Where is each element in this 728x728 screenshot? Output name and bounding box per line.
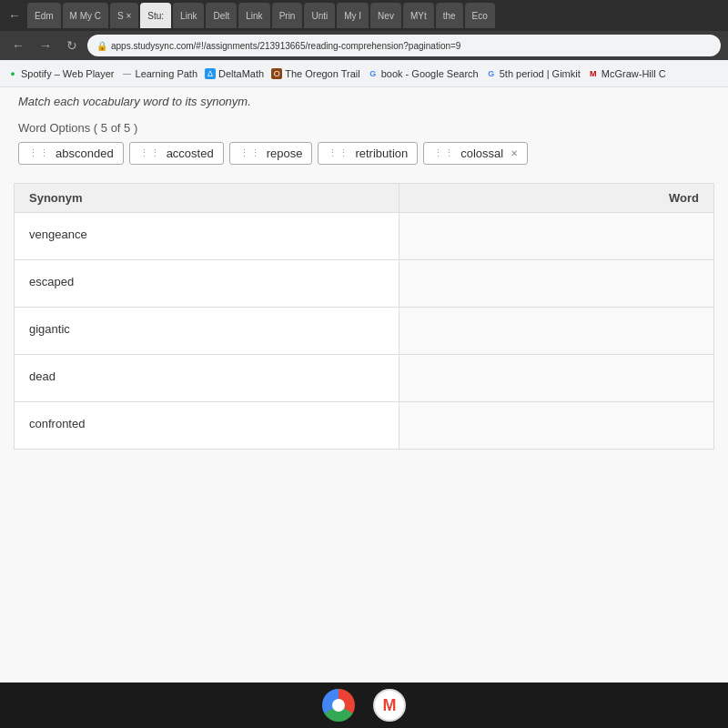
chip-colossal-close[interactable]: ✕ [511,148,518,158]
tab-link1[interactable]: Link [173,3,204,28]
chip-colossal[interactable]: ⋮⋮ colossal ✕ [423,142,528,165]
bookmark-spotify[interactable]: ● Spotify – Web Player [7,68,115,79]
drag-icon-retribution: ⋮⋮ [328,147,349,159]
mcgraw-icon: M [588,68,599,79]
word-drop-confronted[interactable] [399,402,713,450]
tab-eco[interactable]: Eco [465,3,495,28]
word-chips-container: ⋮⋮ absconded ⋮⋮ accosted ⋮⋮ repose ⋮⋮ re… [18,142,710,165]
table-header-row: Synonym Word [15,184,714,213]
back-button[interactable]: ← [7,36,29,55]
tab-delt[interactable]: Delt [206,3,237,28]
bookmark-deltamath[interactable]: Δ DeltaMath [205,68,264,79]
col-synonym-header: Synonym [15,184,399,213]
synonym-gigantic: gigantic [15,308,399,355]
synonym-confronted: confronted [15,402,399,450]
tab-the[interactable]: the [436,3,463,28]
tab-nev[interactable]: Nev [370,3,401,28]
forward-button[interactable]: → [35,36,56,55]
chip-retribution[interactable]: ⋮⋮ retribution [318,142,418,165]
instruction-text: Match each vocabulary word to its synony… [0,87,728,112]
drag-icon-accosted: ⋮⋮ [139,147,161,159]
chip-absconded-label: absconded [56,147,114,160]
tab-myi[interactable]: My I [337,3,369,28]
table-row: confronted [15,402,714,450]
taskbar: M [0,682,728,728]
gimkit-icon: G [486,68,497,79]
drag-icon-absconded: ⋮⋮ [28,147,50,159]
spotify-icon: ● [7,68,18,79]
tab-bar: ← Edm M My C S × Stu: Link Delt Link Pri… [0,0,728,31]
url-text: apps.studysync.com/#!/assignments/213913… [111,41,460,51]
address-bar[interactable]: 🔒 apps.studysync.com/#!/assignments/2139… [87,35,721,56]
tab-prin[interactable]: Prin [272,3,303,28]
tab-mmc[interactable]: M My C [63,3,108,28]
bookmark-gimkit[interactable]: G 5th period | Gimkit [486,68,581,79]
tab-link2[interactable]: Link [238,3,269,28]
word-drop-vengeance[interactable] [399,213,713,260]
chip-repose[interactable]: ⋮⋮ repose [229,142,313,165]
tab-s[interactable]: S × [110,3,138,28]
table-row: dead [15,355,714,402]
word-drop-dead[interactable] [399,355,713,402]
nav-back[interactable]: ← [4,6,25,25]
table-row: gigantic [15,308,714,355]
tab-edm[interactable]: Edm [27,3,61,28]
oregon-icon: O [271,68,282,79]
col-word-header: Word [399,184,713,213]
word-options-label: Word Options ( 5 of 5 ) [18,121,710,135]
page-content: Match each vocabulary word to its synony… [0,87,728,682]
bookmark-learning-path[interactable]: — Learning Path [122,68,198,79]
chip-retribution-label: retribution [355,147,408,160]
chip-repose-label: repose [267,147,303,160]
table-row: escaped [15,260,714,308]
word-drop-gigantic[interactable] [399,308,713,355]
chrome-taskbar-icon[interactable] [322,689,355,722]
tab-unti[interactable]: Unti [304,3,335,28]
refresh-button[interactable]: ↻ [62,36,82,55]
chip-absconded[interactable]: ⋮⋮ absconded [18,142,124,165]
drag-icon-repose: ⋮⋮ [239,147,261,159]
bookmark-book-search[interactable]: G book - Google Search [368,68,479,79]
chip-colossal-label: colossal [460,147,503,160]
browser-chrome: ← Edm M My C S × Stu: Link Delt Link Pri… [0,0,728,87]
google-icon: G [368,68,379,79]
table-row: vengeance [15,213,714,260]
deltamath-icon: Δ [205,68,216,79]
gmail-taskbar-icon[interactable]: M [373,689,406,722]
vocab-table: Synonym Word vengeance escaped gigantic … [14,183,714,450]
chip-accosted-label: accosted [167,147,214,160]
drag-icon-colossal: ⋮⋮ [433,147,455,159]
word-options-section: Word Options ( 5 of 5 ) ⋮⋮ absconded ⋮⋮ … [0,112,728,183]
synonym-escaped: escaped [15,260,399,308]
bookmark-mcgraw[interactable]: M McGraw-Hill C [588,68,666,79]
dash-icon: — [122,68,133,79]
bookmark-oregon-trail[interactable]: O The Oregon Trail [271,68,360,79]
tab-stu[interactable]: Stu: [140,3,171,28]
address-bar-row: ← → ↻ 🔒 apps.studysync.com/#!/assignment… [0,31,728,60]
lock-icon: 🔒 [96,41,107,51]
word-drop-escaped[interactable] [399,260,713,308]
bookmarks-bar: ● Spotify – Web Player — Learning Path Δ… [0,60,728,87]
synonym-vengeance: vengeance [15,213,399,260]
synonym-dead: dead [15,355,399,402]
tab-myt[interactable]: MYt [403,3,434,28]
chip-accosted[interactable]: ⋮⋮ accosted [129,142,224,165]
